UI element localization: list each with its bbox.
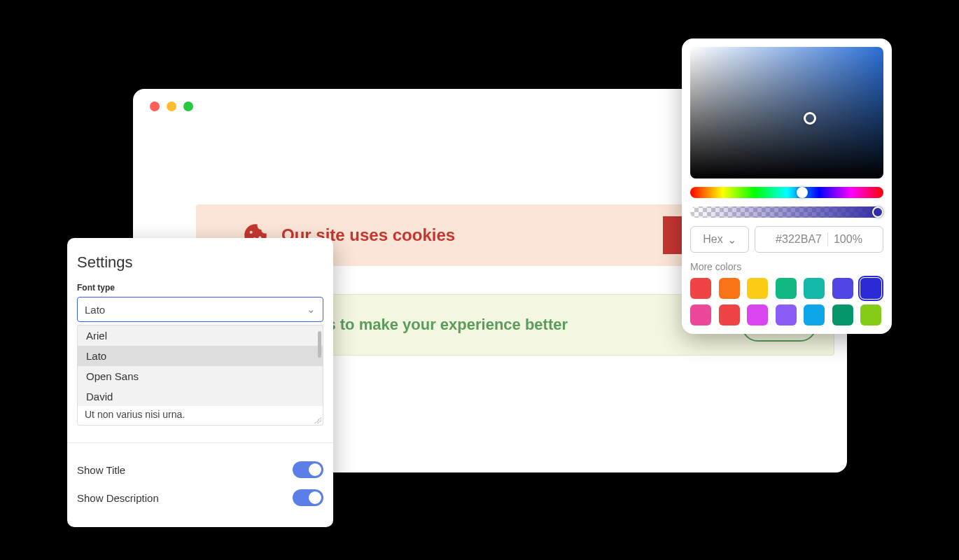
alpha-value: 100% — [834, 233, 862, 246]
textarea-value: Ut non varius nisi urna. — [85, 409, 185, 420]
hex-input[interactable]: #322BA7 100% — [755, 226, 883, 253]
show-title-row: Show Title — [77, 456, 323, 484]
close-window-button[interactable] — [150, 102, 160, 111]
hex-value: #322BA7 — [776, 233, 822, 246]
color-swatch[interactable] — [776, 304, 797, 326]
hue-slider-thumb[interactable] — [797, 187, 808, 198]
color-swatch[interactable] — [832, 304, 853, 326]
alpha-slider-thumb[interactable] — [872, 206, 883, 218]
color-swatch[interactable] — [719, 278, 740, 299]
more-colors-label: More colors — [690, 261, 883, 272]
show-description-label: Show Description — [77, 492, 159, 504]
color-swatch[interactable] — [690, 304, 711, 326]
font-option[interactable]: David — [78, 386, 323, 407]
color-format-value: Hex — [703, 233, 722, 246]
minimize-window-button[interactable] — [167, 102, 176, 111]
font-type-label: Font type — [77, 283, 323, 293]
show-title-toggle[interactable] — [293, 461, 323, 478]
color-swatch[interactable] — [747, 304, 768, 326]
show-description-toggle[interactable] — [293, 489, 323, 506]
show-title-label: Show Title — [77, 464, 125, 476]
color-swatch[interactable] — [747, 278, 768, 299]
color-swatch[interactable] — [719, 304, 740, 326]
resize-handle-icon[interactable] — [314, 416, 321, 424]
settings-panel: Settings Font type Lato ⌄ Ariel Lato Ope… — [67, 238, 333, 527]
maximize-window-button[interactable] — [183, 102, 193, 111]
separator — [827, 232, 828, 246]
traffic-lights — [150, 102, 193, 111]
show-description-row: Show Description — [77, 484, 323, 512]
chevron-down-icon: ⌄ — [727, 233, 736, 246]
cookie-banner-title: Our site uses cookies — [281, 225, 663, 245]
color-swatch[interactable] — [832, 278, 853, 299]
color-swatch[interactable] — [860, 304, 881, 326]
color-gradient-area[interactable] — [690, 47, 883, 178]
color-swatch[interactable] — [804, 304, 825, 326]
font-select[interactable]: Lato ⌄ — [77, 297, 323, 322]
font-option[interactable]: Open Sans — [78, 366, 323, 386]
font-dropdown-list: Ariel Lato Open Sans David — [77, 325, 323, 407]
color-swatch[interactable] — [690, 278, 711, 299]
color-picker-panel: Hex ⌄ #322BA7 100% More colors — [682, 38, 892, 334]
swatch-grid — [690, 278, 883, 326]
hue-slider[interactable] — [690, 187, 883, 198]
color-input-row: Hex ⌄ #322BA7 100% — [690, 226, 883, 253]
font-select-value: Lato — [85, 304, 105, 316]
divider — [67, 442, 333, 443]
color-swatch[interactable] — [776, 278, 797, 299]
color-format-select[interactable]: Hex ⌄ — [690, 226, 749, 253]
gradient-cursor[interactable] — [804, 112, 816, 125]
font-option[interactable]: Lato — [78, 346, 323, 366]
font-option[interactable]: Ariel — [78, 326, 323, 346]
settings-title: Settings — [77, 253, 323, 272]
color-swatch[interactable] — [860, 278, 881, 299]
alpha-slider[interactable] — [690, 206, 883, 218]
description-textarea[interactable]: Ut non varius nisi urna. — [77, 406, 323, 426]
color-swatch[interactable] — [804, 278, 825, 299]
scrollbar-thumb[interactable] — [318, 331, 321, 358]
chevron-down-icon: ⌄ — [307, 303, 316, 316]
